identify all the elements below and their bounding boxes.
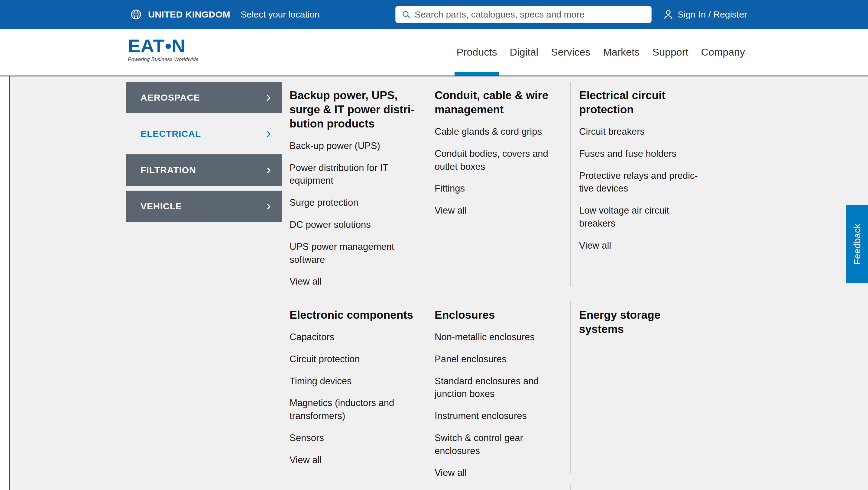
- category-content: Backup power, UPS, surge & IT power dist…: [289, 82, 715, 490]
- category-link[interactable]: Circuit protection: [289, 353, 417, 366]
- signin-register-button[interactable]: Sign In / Register: [662, 0, 747, 29]
- products-mega-menu: AEROSPACE › ELECTRICAL › FILTRATION › VE…: [9, 76, 868, 490]
- category-title[interactable]: Conduit, cable & wire management: [435, 89, 561, 117]
- nav-products[interactable]: Products: [456, 29, 497, 75]
- category-link[interactable]: Magnetics (inductors and transformers): [289, 397, 417, 423]
- eaton-logo-tagline: Powering Business Worldwide: [128, 57, 198, 63]
- category-sidebar: AEROSPACE › ELECTRICAL › FILTRATION › VE…: [126, 82, 282, 227]
- category-link[interactable]: Power distribution for IT equipment: [289, 162, 417, 188]
- search-box[interactable]: [395, 6, 652, 23]
- category-link[interactable]: Sensors: [289, 432, 417, 445]
- menu-column-backup-power: Backup power, UPS, surge & IT power dist…: [289, 82, 426, 287]
- menu-column-enclosures: Enclosures Non-metallic enclosures Panel…: [426, 301, 570, 473]
- sidebar-item-aerospace[interactable]: AEROSPACE ›: [126, 82, 282, 113]
- nav-company[interactable]: Company: [701, 29, 745, 75]
- eaton-logo-text: EAT•N: [128, 37, 198, 55]
- main-header: EAT•N Powering Business Worldwide Produc…: [0, 29, 868, 76]
- sidebar-item-vehicle[interactable]: VEHICLE ›: [126, 191, 282, 222]
- menu-column-electronic-components: Electronic components Capacitors Circuit…: [289, 301, 426, 473]
- signin-register-label: Sign In / Register: [678, 9, 747, 20]
- category-title[interactable]: Electrical circuit protection: [579, 89, 706, 117]
- menu-row: Electronic components Capacitors Circuit…: [289, 301, 715, 473]
- category-link[interactable]: DC power solutions: [289, 219, 417, 231]
- eaton-logo[interactable]: EAT•N Powering Business Worldwide: [128, 37, 198, 63]
- category-title[interactable]: Enclosures: [435, 308, 561, 322]
- category-title[interactable]: Energy storage systems: [579, 308, 706, 336]
- category-title[interactable]: Backup power, UPS, surge & IT power dist…: [289, 89, 417, 131]
- menu-column-circuit-protection: Electrical circuit protection Circuit br…: [570, 82, 715, 287]
- select-location-link[interactable]: Select your location: [241, 9, 320, 20]
- category-link[interactable]: Fittings: [435, 182, 561, 195]
- globe-icon: [130, 8, 142, 21]
- menu-column: [426, 485, 570, 490]
- category-link[interactable]: Standard enclosures and junction boxes: [435, 375, 561, 401]
- category-link[interactable]: Cable glands & cord grips: [435, 125, 561, 138]
- category-link[interactable]: Fuses and fuse holders: [579, 148, 706, 160]
- sidebar-item-electrical[interactable]: ELECTRICAL ›: [126, 118, 282, 150]
- feedback-tab[interactable]: Feedback: [846, 205, 868, 283]
- category-link[interactable]: Circuit breakers: [579, 125, 706, 138]
- location-selector[interactable]: UNITED KINGDOM Select your location: [130, 0, 320, 29]
- category-link[interactable]: Timing devices: [289, 375, 417, 388]
- menu-column-conduit: Conduit, cable & wire management Cable g…: [426, 82, 570, 287]
- sidebar-item-label: AEROSPACE: [141, 92, 200, 103]
- view-all-link[interactable]: View all: [579, 239, 706, 252]
- category-link[interactable]: Back-up power (UPS): [289, 139, 417, 153]
- view-all-link[interactable]: View all: [289, 454, 417, 467]
- menu-row: Backup power, UPS, surge & IT power dist…: [289, 82, 715, 287]
- view-all-link[interactable]: View all: [289, 275, 417, 288]
- category-title[interactable]: Electronic components: [289, 308, 417, 322]
- nav-markets[interactable]: Markets: [603, 29, 640, 75]
- primary-nav: Products Digital Services Markets Suppor…: [456, 29, 745, 75]
- sidebar-item-label: ELECTRICAL: [141, 129, 201, 139]
- feedback-label: Feedback: [852, 224, 862, 265]
- page: UNITED KINGDOM Select your location Sign…: [0, 0, 868, 490]
- utility-topbar: UNITED KINGDOM Select your location Sign…: [0, 0, 868, 29]
- menu-row-partial: [289, 485, 715, 490]
- country-label: UNITED KINGDOM: [148, 9, 230, 20]
- nav-services[interactable]: Services: [551, 29, 590, 75]
- person-icon: [662, 8, 675, 21]
- category-link[interactable]: Protective relays and predictive devices: [579, 169, 706, 195]
- category-link[interactable]: Non-metallic enclosures: [435, 331, 561, 344]
- category-link[interactable]: UPS power management software: [289, 240, 417, 266]
- sidebar-item-filtration[interactable]: FILTRATION ›: [126, 154, 282, 186]
- sidebar-item-label: FILTRATION: [141, 165, 196, 175]
- search-input[interactable]: [415, 9, 646, 20]
- category-link[interactable]: Low voltage air circuit breakers: [579, 204, 706, 230]
- sidebar-item-label: VEHICLE: [141, 201, 182, 211]
- search-icon: [401, 10, 411, 19]
- category-link[interactable]: Switch & control gear enclosures: [435, 432, 561, 458]
- nav-digital[interactable]: Digital: [510, 29, 538, 75]
- menu-column: [570, 485, 715, 490]
- view-all-link[interactable]: View all: [435, 204, 561, 217]
- category-link[interactable]: Panel enclosures: [435, 353, 561, 366]
- category-link[interactable]: Surge protection: [289, 196, 417, 209]
- nav-support[interactable]: Support: [652, 29, 688, 75]
- menu-column: [289, 485, 426, 490]
- category-link[interactable]: Instrument enclosures: [435, 410, 561, 423]
- view-all-link[interactable]: View all: [435, 466, 561, 480]
- category-link[interactable]: Capacitors: [289, 331, 417, 344]
- category-link[interactable]: Conduit bodies, covers and outlet boxes: [435, 148, 561, 173]
- menu-column-energy-storage: Energy storage systems: [570, 301, 715, 473]
